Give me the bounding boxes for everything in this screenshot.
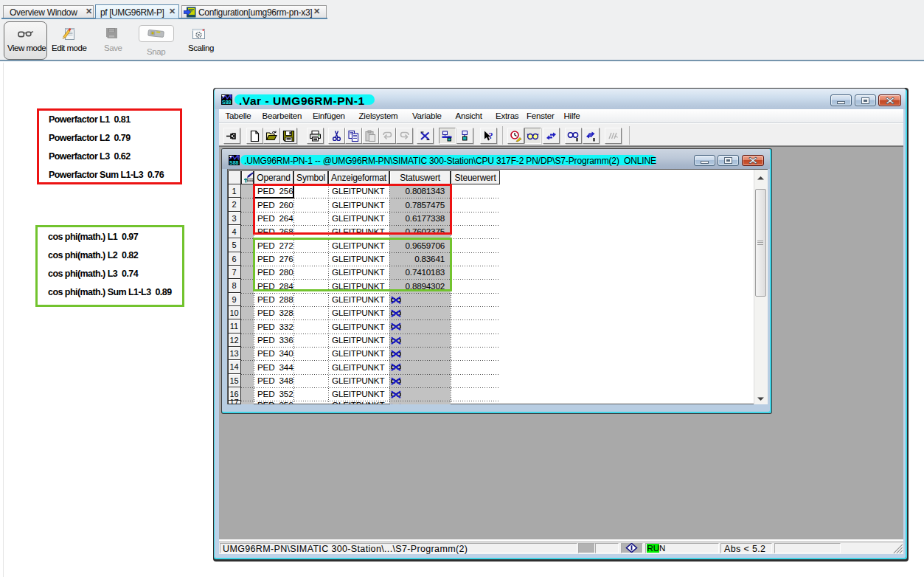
svg-text:S88: S88 [229,159,239,165]
svg-text:S88: S88 [222,100,232,105]
svg-text:?: ? [489,131,493,141]
